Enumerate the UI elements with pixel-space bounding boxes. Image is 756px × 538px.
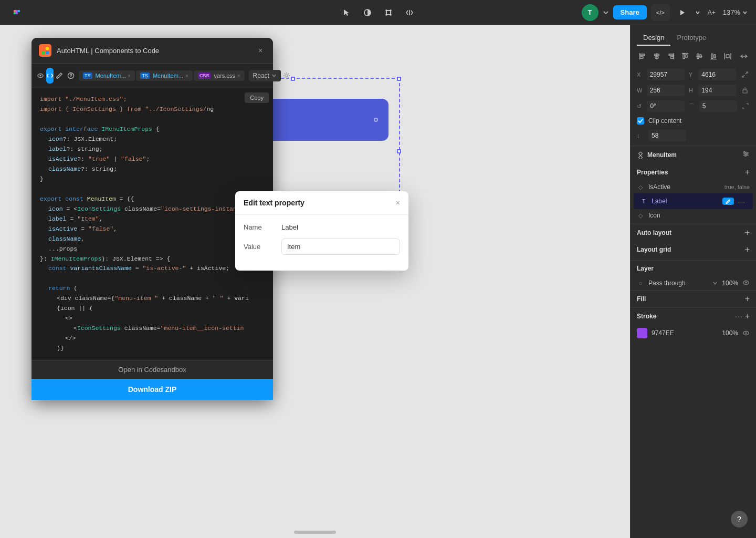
main-layout: AutoHTML | Components to Code ×: [0, 25, 756, 538]
plugin-edit-button[interactable]: [56, 68, 63, 84]
svg-rect-4: [16, 12, 18, 14]
plugin-close-button[interactable]: ×: [255, 45, 266, 56]
svg-rect-0: [14, 10, 16, 12]
clip-content-checkbox[interactable]: [637, 117, 644, 125]
alignment-row: [631, 46, 756, 67]
copy-button[interactable]: Copy: [245, 92, 269, 103]
handle-tr[interactable]: [397, 77, 401, 81]
distribute-button[interactable]: [721, 50, 733, 63]
embed-button[interactable]: </>: [651, 4, 670, 21]
corner-radius-input[interactable]: [699, 100, 737, 112]
align-center-h-button[interactable]: [651, 50, 663, 63]
plugin-code-button[interactable]: [46, 68, 54, 84]
layer-header: Layer: [631, 260, 756, 276]
canvas-area[interactable]: AutoHTML | Components to Code ×: [0, 25, 630, 538]
tab-tsx-close[interactable]: ×: [185, 73, 188, 79]
topbar: T Share </> A+ 137%: [0, 0, 756, 25]
tab-ts-close[interactable]: ×: [128, 73, 131, 79]
prop-icon-icon: ◇: [637, 212, 644, 219]
prop-label-minus-button[interactable]: —: [736, 196, 747, 206]
tab-css-close[interactable]: ×: [237, 73, 240, 79]
handle-tm[interactable]: [291, 77, 295, 81]
plugin-title: AutoHTML | Components to Code: [57, 47, 250, 55]
zoom-button[interactable]: 137%: [723, 8, 748, 16]
y-input[interactable]: [698, 69, 736, 80]
line-height-input[interactable]: [648, 130, 686, 141]
add-property-button[interactable]: +: [745, 168, 750, 177]
tab-ts-label: MenuItem...: [96, 73, 126, 79]
svg-point-23: [70, 77, 71, 77]
align-right-button[interactable]: [665, 50, 677, 63]
more-distribute-button[interactable]: [738, 50, 750, 63]
layer-opacity-value: 100%: [722, 280, 738, 287]
add-auto-layout-button[interactable]: +: [745, 229, 750, 237]
w-input[interactable]: [647, 85, 685, 96]
figma-menu-button[interactable]: [8, 4, 25, 21]
auto-layout-header: Auto layout +: [631, 224, 756, 241]
plugin-settings-button[interactable]: [283, 68, 290, 84]
add-layout-grid-button[interactable]: +: [745, 245, 750, 254]
svg-rect-38: [640, 57, 643, 58]
share-button[interactable]: Share: [613, 5, 647, 19]
prop-label[interactable]: T Label —: [634, 193, 753, 209]
help-icon: ?: [737, 515, 741, 523]
prop-label-edit-button[interactable]: [722, 198, 734, 205]
svg-rect-44: [670, 57, 674, 58]
tab-prototype[interactable]: Prototype: [670, 30, 712, 46]
align-left-button[interactable]: [637, 50, 649, 63]
rotation-input[interactable]: [647, 100, 685, 112]
layer-mode-selector[interactable]: Pass through: [648, 280, 708, 287]
contrast-button[interactable]: [359, 4, 376, 21]
plugin-tab-menuitem-ts[interactable]: MenuItem... ×: [79, 70, 135, 81]
svg-rect-61: [743, 90, 747, 93]
plugin-tab-vars-css[interactable]: vars.css ×: [194, 70, 245, 81]
auto-layout-title: Auto layout: [637, 229, 671, 236]
stroke-dots-icon: ···: [735, 312, 743, 320]
properties-title: Properties: [637, 169, 668, 176]
svg-rect-63: [638, 156, 642, 159]
line-height-icon: ↕: [637, 132, 644, 139]
help-button[interactable]: ?: [731, 511, 748, 527]
component-settings-button[interactable]: [742, 150, 750, 160]
font-size-button[interactable]: A+: [705, 4, 719, 21]
xy-expand-button[interactable]: [740, 69, 750, 80]
x-input[interactable]: [647, 69, 685, 80]
h-input[interactable]: [698, 85, 736, 96]
layer-visibility-button[interactable]: [742, 280, 750, 287]
user-avatar-button[interactable]: T: [582, 4, 598, 21]
corner-expand-button[interactable]: [741, 101, 750, 111]
layer-row: ○ Pass through 100%: [631, 276, 756, 290]
framework-selector[interactable]: React: [249, 70, 281, 81]
svg-rect-37: [640, 54, 645, 56]
align-top-button[interactable]: [679, 50, 691, 63]
play-button[interactable]: [674, 4, 691, 21]
svg-rect-47: [686, 55, 687, 58]
fill-eye-button[interactable]: [742, 328, 750, 338]
download-zip-button[interactable]: Download ZIP: [32, 379, 273, 400]
wh-fields-row: W H: [631, 82, 756, 98]
plugin-tab-menuitem-tsx[interactable]: MenuItem... ×: [136, 70, 192, 81]
tab-design[interactable]: Design: [637, 30, 670, 46]
fill-color-swatch[interactable]: [637, 328, 647, 338]
plugin-eye-button[interactable]: [37, 68, 44, 84]
add-stroke-button[interactable]: +: [745, 312, 750, 320]
move-tool-button[interactable]: [338, 4, 355, 21]
add-fill-button[interactable]: +: [745, 295, 750, 303]
edit-dialog-close-button[interactable]: ×: [396, 199, 400, 207]
align-middle-v-button[interactable]: [694, 50, 706, 63]
value-input[interactable]: [281, 239, 400, 255]
prop-isactive: ◇ IsActive true, false: [631, 181, 756, 193]
canvas-scrollbar[interactable]: [294, 531, 336, 534]
svg-rect-2: [18, 10, 20, 12]
plugin-help-button[interactable]: [67, 68, 75, 84]
handle-mr[interactable]: [397, 149, 401, 153]
code-toggle-button[interactable]: [401, 4, 418, 21]
edit-dialog-body: Name Label Value: [235, 215, 408, 271]
frame-tool-button[interactable]: [380, 4, 397, 21]
svg-rect-3: [14, 12, 16, 14]
wh-lock-button[interactable]: [740, 85, 750, 96]
align-bottom-button[interactable]: [707, 50, 719, 63]
open-codesandbox-button[interactable]: Open in Codesandbox: [32, 360, 273, 379]
right-panel: Design Prototype: [630, 25, 756, 538]
svg-marker-13: [680, 10, 685, 15]
